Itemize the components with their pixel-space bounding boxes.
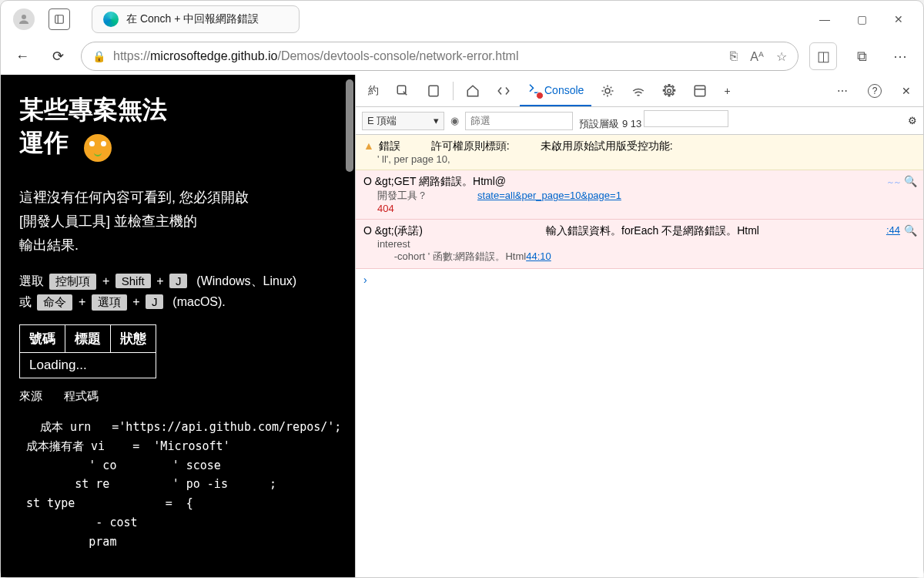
- network-tab-icon[interactable]: [624, 76, 653, 106]
- more-tabs-button[interactable]: +: [716, 76, 738, 106]
- page-paragraph: 這裡沒有任何內容可看到, 您必須開啟 [開發人員工具] 並檢查主機的 輸出結果.: [19, 186, 336, 257]
- warning-icon: ▲: [363, 139, 374, 152]
- back-button[interactable]: ←: [10, 44, 35, 69]
- performance-tab-icon[interactable]: [654, 76, 684, 106]
- edge-logo-icon: [103, 12, 119, 27]
- favorite-star-icon[interactable]: ☆: [776, 49, 787, 64]
- rendered-page: 某些專案無法 運作 這裡沒有任何內容可看到, 您必須開啟 [開發人員工具] 並檢…: [1, 75, 355, 577]
- search-icon[interactable]: 🔍: [904, 175, 917, 187]
- console-tab[interactable]: Console: [520, 76, 591, 106]
- application-tab-icon[interactable]: [685, 76, 715, 106]
- kbd-option: 選項: [92, 294, 127, 311]
- welcome-tab-icon[interactable]: [458, 76, 487, 106]
- th-title: 標題: [65, 325, 111, 353]
- console-prompt[interactable]: ›: [356, 269, 923, 291]
- context-selector[interactable]: E 頂端▾: [362, 112, 444, 130]
- tab-actions-icon[interactable]: [49, 8, 70, 30]
- error2-sub2: -cohort ' 函數:網路錯誤。Html44:10: [363, 250, 916, 264]
- kbd-cmd: 命令: [37, 294, 72, 311]
- console-settings-icon[interactable]: ⚙: [908, 115, 917, 126]
- flushed-face-icon: [84, 134, 112, 162]
- address-bar-row: ← ⟳ 🔒 https://microsoftedge.github.io/De…: [1, 38, 923, 75]
- devtools-more-icon[interactable]: ⋯: [829, 76, 855, 106]
- live-expression-icon[interactable]: ◉: [450, 115, 459, 126]
- browser-tab[interactable]: 在 Conch + 中回報網路錯誤: [92, 5, 300, 33]
- source-link[interactable]: :44: [886, 224, 900, 236]
- console-error-row-2[interactable]: :44 🔍 O &gt;(承諾) 輸入錯誤資料。forEach 不是網路錯誤。H…: [356, 220, 923, 269]
- titlebar: 在 Conch + 中回報網路錯誤 — ▢ ✕: [1, 1, 923, 38]
- th-state: 狀態: [111, 325, 156, 353]
- profile-avatar[interactable]: [13, 8, 35, 30]
- svg-rect-7: [695, 86, 706, 96]
- kbd-j: J: [169, 274, 188, 288]
- loading-cell: Loading...: [20, 353, 156, 378]
- kbd-j2: J: [146, 294, 164, 309]
- split-screen-icon[interactable]: ◫: [809, 42, 837, 70]
- read-aloud-icon[interactable]: Aᴬ: [750, 49, 764, 64]
- console-filter-row: E 頂端▾ ◉ 預設層級 9 13 ⚙: [356, 107, 923, 135]
- status-404: 404: [363, 203, 916, 214]
- window-maximize[interactable]: ▢: [843, 4, 880, 35]
- console-warning-row[interactable]: ▲錯誤 許可權原則標頭: 未啟用原始試用版受控功能: ' ll', per pa…: [356, 135, 923, 170]
- kbd-shift: Shift: [116, 274, 151, 288]
- window-minimize[interactable]: —: [806, 4, 843, 35]
- more-menu-icon[interactable]: ⋯: [886, 42, 914, 70]
- console-icon: [527, 82, 541, 98]
- log-levels[interactable]: 預設層級 9 13: [579, 110, 728, 131]
- source-code-block: 成本 urn ='https://api.github.com/repos/';…: [19, 418, 336, 551]
- elements-tab-icon[interactable]: [489, 76, 518, 106]
- warning-subtext: ' ll', per page 10,: [363, 153, 916, 165]
- svg-point-0: [22, 15, 26, 19]
- window-close[interactable]: ✕: [880, 4, 917, 35]
- code-label: 程式碼: [64, 389, 99, 404]
- shortcut-line-1: 選取 控制項 + Shift + J (Windows、Linux): [19, 274, 336, 290]
- tab-title: 在 Conch + 中回報網路錯誤: [126, 12, 259, 26]
- sources-tab-icon[interactable]: [593, 76, 622, 106]
- console-error-row-1[interactable]: ～～ 🔍 O &gt;GET 網路錯誤。Html@ 開發工具？ state=al…: [356, 170, 923, 220]
- th-number: 號碼: [20, 325, 65, 353]
- address-bar[interactable]: 🔒 https://microsoftedge.github.io/Demos/…: [81, 42, 798, 71]
- console-output: ▲錯誤 許可權原則標頭: 未啟用原始試用版受控功能: ' ll', per pa…: [356, 135, 923, 577]
- issues-table: 號碼 標題 狀態 Loading...: [19, 324, 156, 378]
- devtools-help-icon[interactable]: ?: [860, 76, 889, 106]
- page-heading-line2: 運作: [19, 126, 69, 160]
- page-scrollbar[interactable]: [346, 79, 353, 172]
- shortcut-line-2: 或 命令 + 選項 + J (macOS).: [19, 294, 336, 311]
- devtools-panel: 約 Console + ⋯: [355, 75, 923, 577]
- app-available-icon[interactable]: ⎘: [730, 49, 738, 63]
- device-toggle-icon[interactable]: [419, 76, 448, 106]
- svg-rect-4: [429, 86, 438, 96]
- refresh-button[interactable]: ⟳: [45, 44, 70, 69]
- wave-icon: ～～: [886, 176, 900, 188]
- source-label: 來源: [19, 389, 42, 404]
- devtools-close-icon[interactable]: ✕: [894, 76, 919, 106]
- search-icon[interactable]: 🔍: [904, 224, 917, 237]
- location-link[interactable]: 44:10: [526, 250, 551, 262]
- devtools-tab-approx[interactable]: 約: [360, 76, 387, 106]
- kbd-ctrl: 控制項: [49, 274, 96, 290]
- devtools-tab-strip: 約 Console + ⋯: [356, 75, 923, 107]
- error2-sub1: interest: [363, 238, 916, 250]
- lock-icon[interactable]: 🔒: [92, 50, 105, 62]
- svg-rect-1: [55, 15, 64, 24]
- page-heading-line1: 某些專案無法: [19, 96, 167, 123]
- svg-point-5: [605, 89, 610, 93]
- inspect-element-icon[interactable]: [388, 76, 417, 106]
- url-text: https://microsoftedge.github.io/Demos/de…: [113, 49, 518, 63]
- filter-input[interactable]: [465, 112, 573, 130]
- error-url-link[interactable]: state=all&per_page=10&page=1: [477, 190, 621, 201]
- collections-icon[interactable]: ⧉: [848, 42, 875, 70]
- svg-point-6: [668, 89, 671, 92]
